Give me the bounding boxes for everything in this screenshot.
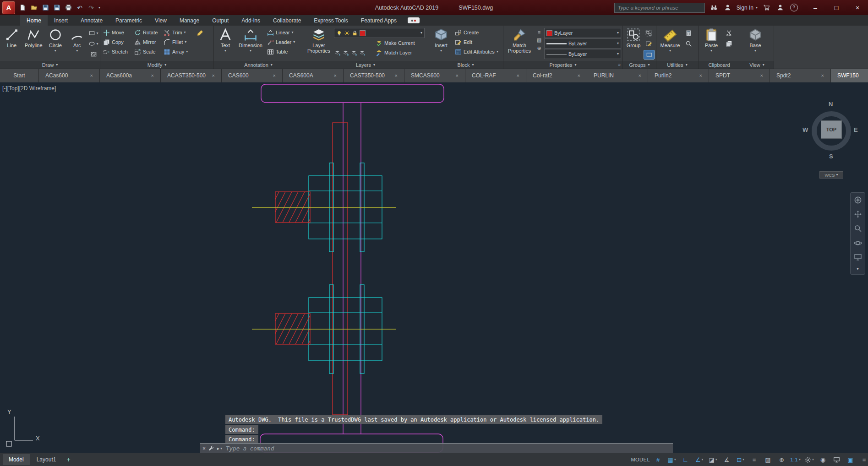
- model-space-canvas[interactable]: [-][Top][2D Wireframe] N S W E TOP WCS ▾…: [0, 82, 868, 453]
- linear-dimension-button[interactable]: Linear▾: [266, 28, 300, 37]
- ellipse-tool-button[interactable]: ▾: [88, 39, 98, 48]
- annotation-monitor-icon[interactable]: ◉: [816, 455, 830, 465]
- viewcube-south[interactable]: S: [829, 153, 833, 160]
- file-tab-col-raf[interactable]: COL-RAF×: [465, 69, 526, 82]
- wcs-dropdown[interactable]: WCS ▾: [819, 171, 843, 179]
- isometric-drafting-icon[interactable]: ◪▾: [706, 455, 720, 465]
- viewcube-west[interactable]: W: [802, 126, 808, 133]
- tab-output[interactable]: Output: [206, 15, 235, 26]
- open-file-button[interactable]: [30, 4, 38, 12]
- file-tab-purlin[interactable]: PURLIN×: [587, 69, 648, 82]
- layer-tool-icon[interactable]: [342, 49, 349, 56]
- close-icon[interactable]: ×: [273, 73, 276, 78]
- new-layout-button[interactable]: +: [63, 455, 74, 465]
- edit-attributes-button[interactable]: Edit Attributes▾: [453, 47, 501, 56]
- undo-button[interactable]: ↶: [76, 4, 84, 12]
- object-snap-tracking-icon[interactable]: ∡: [720, 455, 733, 465]
- tab-collaborate[interactable]: Collaborate: [267, 15, 307, 26]
- recent-commands-icon[interactable]: ▸▾: [217, 446, 222, 451]
- annotation-scale-button[interactable]: 1:1▾: [789, 455, 802, 465]
- make-current-button[interactable]: Make Current: [374, 38, 416, 48]
- close-button[interactable]: ×: [847, 0, 868, 15]
- file-tab-start[interactable]: Start: [0, 69, 39, 82]
- view-panel-label[interactable]: View ▾: [740, 61, 774, 69]
- insert-block-button[interactable]: Insert ▾: [430, 27, 453, 61]
- show-motion-icon[interactable]: [854, 253, 862, 261]
- close-icon[interactable]: ×: [334, 73, 337, 78]
- navbar-menu-icon[interactable]: ▾: [857, 267, 858, 271]
- workspace-gear-icon[interactable]: ▾: [802, 455, 816, 465]
- tab-insert[interactable]: Insert: [48, 15, 74, 26]
- model-tab[interactable]: Model: [3, 454, 30, 465]
- file-tab-spdt2[interactable]: Spdt2×: [770, 69, 831, 82]
- polyline-button[interactable]: Polyline: [23, 27, 44, 61]
- file-tab-cas600a[interactable]: CAS600A×: [283, 69, 344, 82]
- viewcube-north[interactable]: N: [829, 101, 833, 108]
- line-button[interactable]: Line: [1, 27, 22, 61]
- rectangle-tool-button[interactable]: ▾: [88, 29, 98, 38]
- viewport-controls[interactable]: [-][Top][2D Wireframe]: [2, 85, 56, 92]
- file-tab-col-raf2[interactable]: Col-raf2×: [526, 69, 587, 82]
- copy-button[interactable]: Copy: [102, 38, 132, 47]
- tab-express-tools[interactable]: Express Tools: [307, 15, 354, 26]
- groups-panel-label[interactable]: Groups ▾: [623, 61, 656, 69]
- grid-display-icon[interactable]: #: [651, 455, 665, 465]
- tab-annotate[interactable]: Annotate: [74, 15, 109, 26]
- tab-add-ins[interactable]: Add-ins: [235, 15, 267, 26]
- selection-cycling-icon[interactable]: ⊕: [775, 455, 788, 465]
- draw-panel-label[interactable]: Draw ▾: [0, 61, 100, 69]
- move-button[interactable]: Move: [102, 28, 132, 37]
- tab-home[interactable]: Home: [20, 15, 48, 26]
- tab-manage[interactable]: Manage: [173, 15, 206, 26]
- close-icon[interactable]: ×: [456, 73, 459, 78]
- layer-tool-icon[interactable]: [350, 49, 357, 56]
- autodesk-account-icon[interactable]: [774, 2, 786, 14]
- file-tab-acas600[interactable]: ACas600×: [39, 69, 100, 82]
- customize-wrench-icon[interactable]: [208, 445, 214, 451]
- lineweight-display-icon[interactable]: ≡: [748, 455, 761, 465]
- help-search-box[interactable]: [614, 3, 705, 13]
- command-input[interactable]: [225, 444, 671, 452]
- customization-menu-icon[interactable]: ≡: [857, 455, 868, 465]
- group-edit-button[interactable]: [644, 39, 654, 48]
- file-tab-purlin2[interactable]: Purlin2×: [648, 69, 709, 82]
- close-icon[interactable]: ×: [395, 73, 398, 78]
- edit-block-button[interactable]: Edit: [453, 38, 501, 47]
- graphics-performance-icon[interactable]: [830, 455, 843, 465]
- transparency-tool-icon[interactable]: ▨: [537, 37, 541, 43]
- zoom-icon[interactable]: [854, 224, 862, 233]
- mirror-button[interactable]: Mirror: [133, 38, 161, 47]
- quick-calculator-button[interactable]: [683, 29, 693, 38]
- orbit-icon[interactable]: [854, 239, 862, 247]
- id-point-button[interactable]: [683, 39, 693, 48]
- group-button[interactable]: Group: [624, 27, 643, 61]
- match-properties-button[interactable]: Match Properties: [505, 27, 534, 61]
- polar-tracking-icon[interactable]: ∠▾: [693, 455, 706, 465]
- modify-extra-button[interactable]: [195, 28, 205, 37]
- layers-panel-label[interactable]: Layers ▾: [303, 61, 428, 69]
- utilities-panel-label[interactable]: Utilities ▾: [656, 61, 698, 69]
- layer-dropdown[interactable]: ▾: [334, 28, 425, 38]
- match-layer-button[interactable]: Match Layer: [374, 48, 414, 57]
- layer-tool-icon[interactable]: [334, 49, 341, 56]
- cut-button[interactable]: [724, 29, 734, 38]
- exchange-apps-icon[interactable]: [408, 15, 420, 26]
- table-button[interactable]: Table: [266, 47, 300, 56]
- app-store-cart-icon[interactable]: [760, 2, 773, 14]
- object-color-dropdown[interactable]: ByLayer ▾: [544, 28, 621, 38]
- file-tab-acast350-500[interactable]: ACAST350-500×: [161, 69, 222, 82]
- close-icon[interactable]: ×: [202, 445, 206, 452]
- plot-button[interactable]: [64, 4, 72, 12]
- paste-button[interactable]: Paste ▾: [700, 27, 723, 61]
- text-button[interactable]: Text ▾: [215, 27, 235, 61]
- redo-button[interactable]: ↷: [87, 4, 95, 12]
- layer-properties-button[interactable]: Layer Properties: [305, 27, 333, 61]
- file-tab-cast350-500[interactable]: CAST350-500×: [344, 69, 404, 82]
- drawing-canvas[interactable]: [0, 82, 868, 453]
- trim-button[interactable]: Trim▾: [162, 28, 194, 37]
- ortho-mode-icon[interactable]: ∟: [679, 455, 692, 465]
- measure-button[interactable]: Measure ▾: [658, 27, 682, 61]
- properties-panel-label[interactable]: Properties ▾ »: [503, 61, 622, 69]
- close-icon[interactable]: ×: [760, 73, 763, 78]
- file-tab-smcas600[interactable]: SMCAS600×: [404, 69, 465, 82]
